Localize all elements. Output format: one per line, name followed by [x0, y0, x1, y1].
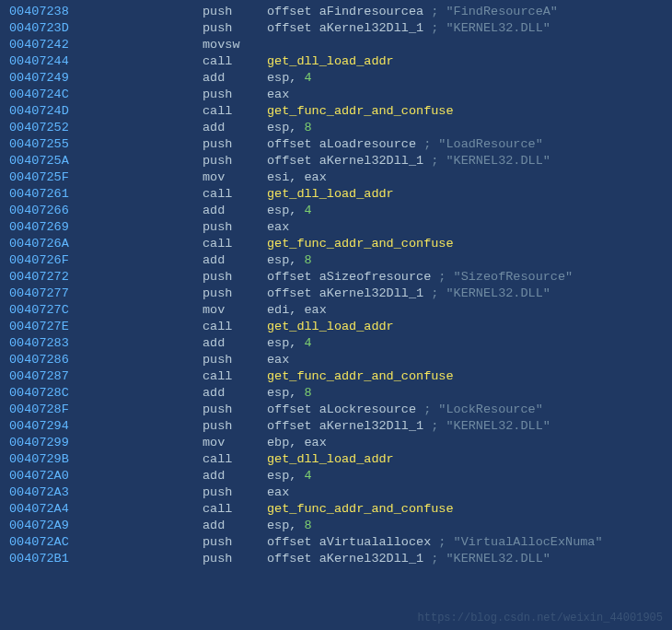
address[interactable]: 004072A0: [9, 468, 203, 484]
function-ref[interactable]: get_func_addr_and_confuse: [267, 369, 454, 383]
operand-part: ,: [289, 71, 304, 85]
address[interactable]: 00407269: [9, 219, 203, 236]
address[interactable]: 004072A3: [9, 484, 203, 501]
asm-line[interactable]: 004072A9addesp, 8: [9, 518, 663, 534]
asm-line[interactable]: 0040724Cpusheax: [9, 87, 663, 103]
asm-line[interactable]: 00407287callget_func_addr_and_confuse: [9, 368, 663, 385]
address[interactable]: 004072AC: [9, 534, 203, 551]
address[interactable]: 0040724C: [9, 87, 203, 103]
asm-line[interactable]: 004072A4callget_func_addr_and_confuse: [9, 501, 663, 518]
asm-line[interactable]: 00407272pushoffset aSizeofresource ; "Si…: [9, 269, 663, 286]
mnemonic: add: [203, 385, 267, 402]
mnemonic: call: [203, 368, 267, 385]
address[interactable]: 00407255: [9, 136, 203, 153]
address[interactable]: 0040728F: [9, 402, 203, 418]
address[interactable]: 004072B1: [9, 551, 203, 567]
asm-line[interactable]: 0040729Bcallget_dll_load_addr: [9, 451, 663, 468]
asm-line[interactable]: 0040727Ecallget_dll_load_addr: [9, 319, 663, 335]
function-ref[interactable]: get_dll_load_addr: [267, 320, 394, 333]
asm-line[interactable]: 0040723Dpushoffset aKernel32Dll_1 ; "KER…: [9, 20, 663, 37]
mnemonic: push: [203, 269, 267, 286]
address[interactable]: 0040724D: [9, 103, 203, 120]
asm-line[interactable]: 00407283addesp, 4: [9, 335, 663, 352]
asm-line[interactable]: 004072A0addesp, 4: [9, 468, 663, 484]
asm-line[interactable]: 00407242movsw: [9, 37, 663, 53]
function-ref[interactable]: get_dll_load_addr: [267, 452, 394, 466]
operand-part: esp: [267, 121, 289, 134]
operand-part: esp: [267, 386, 289, 400]
mnemonic: push: [203, 87, 267, 103]
address[interactable]: 00407272: [9, 269, 203, 286]
asm-line[interactable]: 00407286pusheax: [9, 352, 663, 368]
operand-part: ;: [431, 552, 446, 566]
operand-part: ;: [438, 535, 453, 549]
operand-part: eax: [305, 436, 327, 449]
asm-line[interactable]: 004072B1pushoffset aKernel32Dll_1 ; "KER…: [9, 551, 663, 567]
address[interactable]: 0040725F: [9, 169, 203, 186]
address[interactable]: 0040723D: [9, 20, 203, 37]
asm-line[interactable]: 0040725Apushoffset aKernel32Dll_1 ; "KER…: [9, 153, 663, 169]
operand-part: offset aSizeofresource: [267, 270, 438, 284]
operand-part: eax: [267, 485, 289, 499]
address[interactable]: 00407266: [9, 203, 203, 219]
asm-line[interactable]: 0040728Fpushoffset aLockresource ; "Lock…: [9, 402, 663, 418]
asm-line[interactable]: 0040727Cmovedi, eax: [9, 302, 663, 319]
address[interactable]: 00407286: [9, 352, 203, 368]
asm-line[interactable]: 00407277pushoffset aKernel32Dll_1 ; "KER…: [9, 286, 663, 302]
operand-part: esp: [267, 253, 289, 267]
address[interactable]: 00407299: [9, 435, 203, 451]
asm-line[interactable]: 00407255pushoffset aLoadresource ; "Load…: [9, 136, 663, 153]
asm-line[interactable]: 00407244callget_dll_load_addr: [9, 53, 663, 70]
address[interactable]: 00407294: [9, 418, 203, 435]
operand-part: ;: [431, 154, 446, 168]
address[interactable]: 0040726A: [9, 236, 203, 252]
address[interactable]: 004072A4: [9, 501, 203, 518]
address[interactable]: 00407287: [9, 368, 203, 385]
function-ref[interactable]: get_func_addr_and_confuse: [267, 237, 454, 251]
mnemonic: push: [203, 352, 267, 368]
asm-line[interactable]: 00407269pusheax: [9, 219, 663, 236]
asm-line[interactable]: 0040724Dcallget_func_addr_and_confuse: [9, 103, 663, 120]
disassembly-listing[interactable]: 00407238pushoffset aFindresourcea ; "Fin…: [9, 4, 663, 567]
address[interactable]: 004072A9: [9, 518, 203, 534]
address[interactable]: 00407283: [9, 335, 203, 352]
address[interactable]: 00407242: [9, 37, 203, 53]
asm-line[interactable]: 0040728Caddesp, 8: [9, 385, 663, 402]
address[interactable]: 00407277: [9, 286, 203, 302]
asm-line[interactable]: 004072A3pusheax: [9, 484, 663, 501]
mnemonic: add: [203, 335, 267, 352]
operand-part: offset aKernel32Dll_1: [267, 552, 431, 566]
address[interactable]: 00407238: [9, 4, 203, 20]
address[interactable]: 00407261: [9, 186, 203, 203]
asm-line[interactable]: 00407266addesp, 4: [9, 203, 663, 219]
asm-line[interactable]: 00407261callget_dll_load_addr: [9, 186, 663, 203]
operand-part: "SizeofResource": [454, 270, 574, 284]
mnemonic: push: [203, 402, 267, 418]
asm-line[interactable]: 0040726Acallget_func_addr_and_confuse: [9, 236, 663, 252]
operand-part: "FindResourceA": [446, 5, 558, 18]
address[interactable]: 0040725A: [9, 153, 203, 169]
asm-line[interactable]: 00407249addesp, 4: [9, 70, 663, 87]
asm-line[interactable]: 0040725Fmovesi, eax: [9, 169, 663, 186]
function-ref[interactable]: get_func_addr_and_confuse: [267, 502, 454, 516]
address[interactable]: 0040729B: [9, 451, 203, 468]
address[interactable]: 0040726F: [9, 252, 203, 269]
mnemonic: movsw: [203, 37, 267, 53]
asm-line[interactable]: 00407252addesp, 8: [9, 120, 663, 136]
asm-line[interactable]: 00407299movebp, eax: [9, 435, 663, 451]
asm-line[interactable]: 00407294pushoffset aKernel32Dll_1 ; "KER…: [9, 418, 663, 435]
function-ref[interactable]: get_dll_load_addr: [267, 54, 394, 68]
address[interactable]: 0040728C: [9, 385, 203, 402]
asm-line[interactable]: 004072ACpushoffset aVirtualallocex ; "Vi…: [9, 534, 663, 551]
address[interactable]: 00407249: [9, 70, 203, 87]
operand-part: esi: [267, 170, 289, 184]
mnemonic: push: [203, 20, 267, 37]
address[interactable]: 00407252: [9, 120, 203, 136]
address[interactable]: 0040727C: [9, 302, 203, 319]
address[interactable]: 0040727E: [9, 319, 203, 335]
function-ref[interactable]: get_func_addr_and_confuse: [267, 104, 454, 118]
address[interactable]: 00407244: [9, 53, 203, 70]
function-ref[interactable]: get_dll_load_addr: [267, 187, 394, 201]
asm-line[interactable]: 00407238pushoffset aFindresourcea ; "Fin…: [9, 4, 663, 20]
asm-line[interactable]: 0040726Faddesp, 8: [9, 252, 663, 269]
